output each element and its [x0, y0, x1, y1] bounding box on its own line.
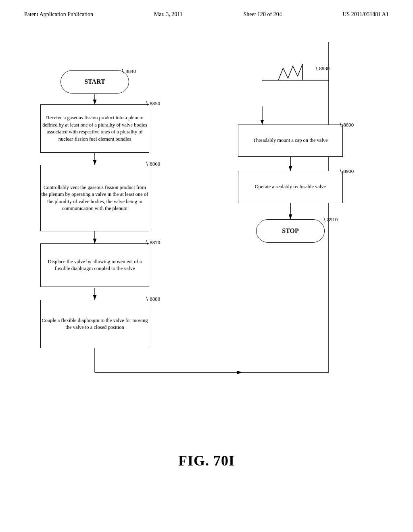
node-8900: Operate a sealably reclosable valve: [238, 171, 343, 203]
ref-8830: ∖ 8830: [315, 65, 330, 72]
header-left: Patent Application Publication: [24, 11, 93, 18]
node-8890: Threadably mount a cap on the valve: [238, 125, 343, 157]
ref-8870: ∖ 8870: [145, 239, 160, 246]
ref-start-arrow: ∖ 8840: [121, 68, 136, 75]
diagram-area: START Receive a gaseous fission product …: [0, 22, 413, 485]
node-8860: Controllably vent the gaseous fission pr…: [40, 165, 149, 231]
ref-8860: ∖ 8860: [145, 161, 160, 167]
header-right: US 2011/051881 A1: [342, 11, 389, 18]
zigzag-8830: [274, 60, 307, 84]
ref-8880: ∖ 8880: [145, 296, 160, 302]
ref-8850: ∖ 8850: [145, 100, 160, 107]
ref-8910: ∖ 8910: [323, 216, 338, 223]
figure-label: FIG. 70I: [178, 452, 235, 469]
start-node: START: [60, 70, 129, 94]
page-header: Patent Application Publication Mar. 3, 2…: [0, 0, 413, 18]
ref-8900: ∖ 8900: [339, 168, 354, 175]
node-8870: Displace the valve by allowing movement …: [40, 243, 149, 287]
header-middle: Mar. 3, 2011: [154, 11, 183, 18]
ref-8890: ∖ 8890: [339, 122, 354, 128]
node-8880: Couple a flexible diaphragm to the valve…: [40, 300, 149, 348]
node-8850: Receive a gaseous fission product into a…: [40, 104, 149, 153]
stop-node: STOP: [256, 219, 325, 243]
header-sheet: Sheet 120 of 204: [243, 11, 282, 18]
